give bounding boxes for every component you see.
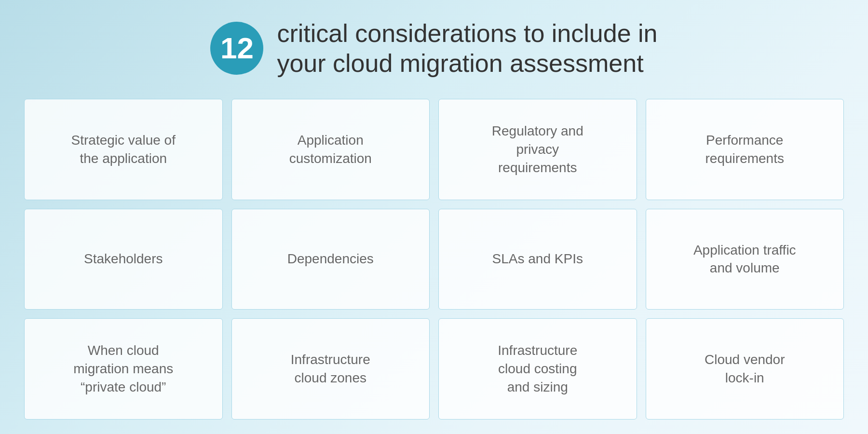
card-1-label: Strategic value ofthe application (71, 131, 176, 168)
header-title: critical considerations to include in yo… (277, 18, 657, 79)
card-12: Cloud vendorlock-in (646, 318, 844, 420)
card-3: Regulatory andprivacyrequirements (438, 99, 637, 200)
number-value: 12 (220, 33, 254, 63)
page-header: 12 critical considerations to include in… (210, 18, 657, 79)
card-11: Infrastructurecloud costingand sizing (438, 318, 637, 420)
card-7-label: SLAs and KPIs (492, 250, 583, 268)
card-10: Infrastructurecloud zones (231, 318, 430, 420)
card-10-label: Infrastructurecloud zones (291, 351, 370, 387)
card-9: When cloudmigration means“private cloud” (24, 318, 223, 420)
card-11-label: Infrastructurecloud costingand sizing (498, 341, 577, 396)
card-1: Strategic value ofthe application (24, 99, 223, 200)
considerations-grid: Strategic value ofthe applicationApplica… (24, 99, 844, 420)
card-8: Application trafficand volume (646, 209, 844, 310)
card-6-label: Dependencies (287, 250, 374, 268)
card-12-label: Cloud vendorlock-in (705, 351, 785, 387)
card-2: Applicationcustomization (231, 99, 430, 200)
card-5-label: Stakeholders (84, 250, 163, 268)
card-6: Dependencies (231, 209, 430, 310)
card-3-label: Regulatory andprivacyrequirements (492, 122, 583, 176)
number-badge: 12 (210, 22, 263, 75)
card-9-label: When cloudmigration means“private cloud” (73, 341, 173, 396)
header-title-line2: your cloud migration assessment (277, 49, 643, 77)
card-4: Performancerequirements (646, 99, 844, 200)
card-4-label: Performancerequirements (705, 131, 784, 168)
card-8-label: Application trafficand volume (693, 241, 796, 278)
card-2-label: Applicationcustomization (289, 131, 372, 168)
card-7: SLAs and KPIs (438, 209, 637, 310)
card-5: Stakeholders (24, 209, 223, 310)
header-title-line1: critical considerations to include in (277, 19, 657, 47)
